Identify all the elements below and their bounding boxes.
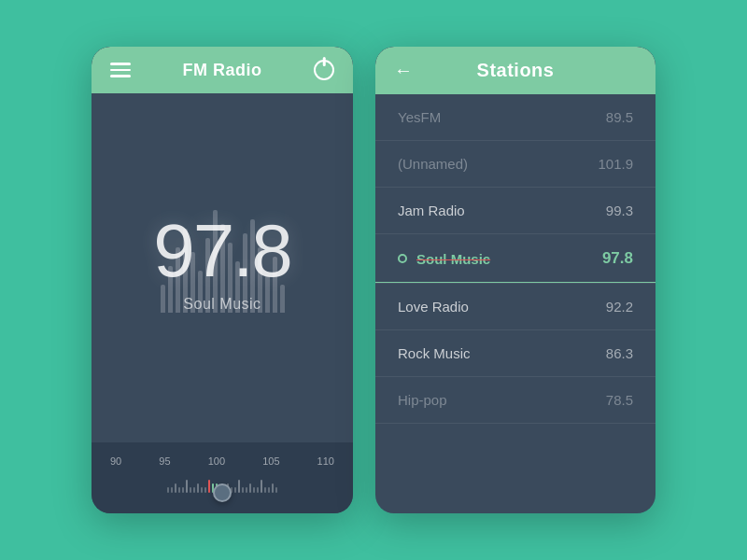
- tuner-track[interactable]: [106, 472, 338, 495]
- back-button[interactable]: ←: [394, 60, 413, 81]
- station-item[interactable]: Jam Radio 99.3: [375, 188, 655, 234]
- station-freq: 86.3: [606, 345, 633, 361]
- station-item[interactable]: YesFM 89.5: [375, 94, 655, 141]
- power-icon[interactable]: [314, 60, 334, 80]
- fm-header: FM Radio: [92, 47, 353, 93]
- tuner-labels: 90 95 100 105 110: [106, 455, 338, 467]
- tuner-label-100: 100: [208, 455, 225, 467]
- fm-title: FM Radio: [183, 61, 262, 80]
- station-item-active[interactable]: Soul Music 97.8: [375, 234, 655, 284]
- station-name: Rock Music: [398, 345, 471, 361]
- station-left: Jam Radio: [398, 203, 465, 218]
- fm-body: 97.8 Soul Music: [92, 93, 353, 442]
- tuner-label-95: 95: [159, 455, 170, 467]
- menu-icon[interactable]: [110, 63, 131, 77]
- active-dot: [398, 254, 407, 263]
- station-freq: 97.8: [602, 249, 633, 268]
- stations-card: ← Stations YesFM 89.5 (Unnamed) 101.9 Ja…: [375, 47, 655, 513]
- station-freq: 78.5: [606, 392, 633, 408]
- fm-radio-card: FM Radio 97.8 Soul Music: [92, 47, 353, 513]
- station-freq: 89.5: [606, 109, 633, 125]
- station-name-display: Soul Music: [153, 296, 291, 313]
- tuner-thumb[interactable]: [213, 483, 232, 502]
- stations-list: YesFM 89.5 (Unnamed) 101.9 Jam Radio 99.…: [375, 94, 655, 513]
- station-left: YesFM: [398, 109, 441, 125]
- station-left: Hip-pop: [398, 392, 447, 408]
- tuner-label-90: 90: [110, 455, 121, 467]
- frequency-display: 97.8 Soul Music: [153, 214, 291, 313]
- station-freq: 101.9: [598, 156, 633, 172]
- tuner-section: 90 95 100 105 110: [92, 442, 353, 513]
- station-item[interactable]: (Unnamed) 101.9: [375, 141, 655, 188]
- stations-title: Stations: [477, 60, 555, 81]
- station-freq: 92.2: [606, 299, 633, 315]
- station-freq: 99.3: [606, 203, 633, 218]
- station-item[interactable]: Rock Music 86.3: [375, 330, 655, 377]
- station-name: Love Radio: [398, 299, 469, 315]
- station-name: YesFM: [398, 109, 441, 125]
- station-left: Soul Music: [398, 251, 490, 267]
- stations-header: ← Stations: [375, 47, 655, 94]
- tuner-label-105: 105: [262, 455, 279, 467]
- station-left: (Unnamed): [398, 156, 468, 172]
- station-name: Hip-pop: [398, 392, 447, 408]
- station-name: (Unnamed): [398, 156, 468, 172]
- tuner-label-110: 110: [317, 455, 334, 467]
- station-name: Jam Radio: [398, 203, 465, 218]
- frequency-number: 97.8: [153, 214, 291, 288]
- station-left: Love Radio: [398, 299, 469, 315]
- station-name: Soul Music: [416, 251, 490, 267]
- station-left: Rock Music: [398, 345, 471, 361]
- station-item[interactable]: Hip-pop 78.5: [375, 377, 655, 424]
- station-item[interactable]: Love Radio 92.2: [375, 284, 655, 330]
